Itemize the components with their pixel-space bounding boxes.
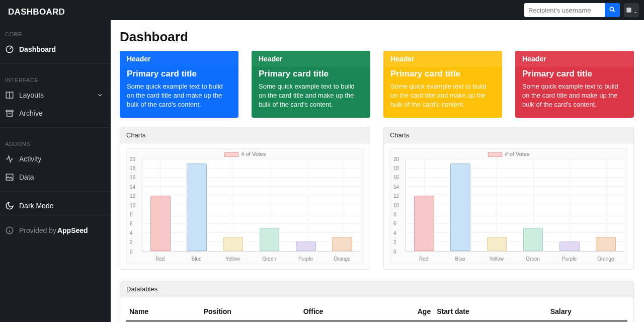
- card-text: Some quick example text to build on the …: [259, 82, 363, 110]
- image-icon: [5, 173, 14, 182]
- col-name[interactable]: Name: [126, 302, 201, 321]
- card-header: Header: [383, 51, 502, 67]
- y-tick: 8: [393, 211, 396, 217]
- y-tick: 4: [393, 230, 396, 235]
- brand: DASHBOARD: [0, 0, 111, 23]
- y-tick: 16: [393, 175, 399, 180]
- chart-legend: # of Votes: [390, 151, 627, 157]
- bar-chart-2: # of Votes02468101214161820RedBlueYellow…: [390, 148, 627, 264]
- bar-blue: [187, 164, 207, 251]
- card-row: Header Primary card title Some quick exa…: [120, 51, 634, 118]
- x-tick: Orange: [334, 256, 350, 262]
- y-tick: 0: [393, 249, 396, 254]
- y-tick: 14: [130, 184, 135, 189]
- y-tick: 6: [130, 221, 133, 226]
- y-tick: 10: [393, 202, 399, 208]
- provided-by-link[interactable]: Provided by AppSeed: [0, 221, 111, 239]
- columns-icon: [5, 91, 14, 100]
- y-tick: 8: [130, 211, 133, 217]
- col-salary[interactable]: Salary: [547, 302, 627, 321]
- col-position[interactable]: Position: [201, 302, 300, 321]
- bar-blue: [450, 164, 470, 251]
- datatable: Name Position Office Age Start date Sala…: [126, 302, 627, 321]
- sidebar-item-activity[interactable]: Activity: [0, 150, 111, 168]
- bar-orange: [332, 237, 352, 251]
- col-startdate[interactable]: Start date: [434, 302, 547, 321]
- moon-icon: [5, 201, 14, 210]
- y-tick: 6: [393, 221, 396, 226]
- section-core: CORE: [0, 23, 111, 40]
- x-tick: Blue: [191, 256, 201, 262]
- card-text: Some quick example text to build on the …: [522, 82, 627, 110]
- x-tick: Yellow: [490, 256, 504, 262]
- col-age[interactable]: Age: [377, 302, 434, 321]
- gauge-icon: [5, 45, 14, 54]
- bar-purple: [559, 242, 580, 251]
- bar-yellow: [223, 237, 244, 251]
- user-icon: [625, 7, 632, 14]
- provided-prefix: Provided by: [19, 226, 56, 234]
- card-title: Primary card title: [390, 69, 495, 79]
- chart-panel-title: Charts: [384, 127, 633, 143]
- y-tick: 4: [130, 230, 133, 235]
- y-tick: 18: [130, 165, 135, 171]
- search-button[interactable]: [605, 3, 620, 17]
- archive-icon: [5, 109, 14, 118]
- bar-yellow: [487, 237, 507, 251]
- sidebar-item-dashboard[interactable]: Dashboard: [0, 40, 111, 58]
- col-office[interactable]: Office: [300, 302, 377, 321]
- search-input[interactable]: [524, 3, 605, 17]
- y-tick: 0: [130, 249, 133, 254]
- card-header: Header: [120, 51, 238, 67]
- card-text: Some quick example text to build on the …: [390, 82, 495, 110]
- svg-point-5: [610, 7, 613, 11]
- section-interface: INTERFACE: [0, 69, 111, 86]
- search-icon: [609, 6, 616, 13]
- x-tick: Green: [526, 256, 540, 262]
- y-tick: 12: [393, 193, 399, 199]
- bar-purple: [296, 242, 316, 251]
- bar-green: [260, 228, 280, 251]
- topbar: [111, 0, 644, 20]
- sidebar-label-activity: Activity: [19, 155, 41, 163]
- y-tick: 16: [130, 175, 135, 180]
- card-title: Primary card title: [259, 69, 363, 79]
- sidebar-item-layouts[interactable]: Layouts: [0, 86, 111, 104]
- chevron-down-icon: [97, 91, 104, 100]
- x-tick: Green: [262, 256, 276, 262]
- x-tick: Red: [155, 256, 165, 262]
- chart-legend: # of Votes: [127, 151, 363, 157]
- card-warning: Header Primary card title Some quick exa…: [383, 51, 502, 118]
- user-menu-button[interactable]: [624, 3, 639, 17]
- svg-rect-2: [6, 110, 13, 112]
- content: Dashboard Header Primary card title Some…: [111, 20, 644, 322]
- caret-down-icon: [633, 8, 637, 12]
- card-text: Some quick example text to build on the …: [127, 82, 231, 110]
- x-tick: Purple: [298, 256, 313, 262]
- sidebar-item-data[interactable]: Data: [0, 168, 111, 186]
- sidebar-label-data: Data: [19, 173, 34, 181]
- x-tick: Orange: [597, 256, 614, 262]
- info-icon: [5, 226, 14, 235]
- sidebar-label-layouts: Layouts: [19, 91, 44, 99]
- activity-icon: [5, 154, 14, 164]
- y-tick: 20: [130, 156, 135, 162]
- chart-panel-1: Charts # of Votes02468101214161820RedBlu…: [120, 127, 370, 270]
- y-tick: 14: [393, 184, 399, 189]
- sidebar-label-archive: Archive: [19, 109, 43, 117]
- datatable-panel: Datatables Name Position Office Age Star…: [120, 281, 634, 322]
- card-title: Primary card title: [522, 69, 627, 79]
- sidebar-item-darkmode[interactable]: Dark Mode: [0, 197, 111, 215]
- sidebar-item-archive[interactable]: Archive: [0, 104, 111, 122]
- chart-panel-title: Charts: [120, 127, 370, 143]
- x-tick: Yellow: [226, 256, 240, 262]
- card-title: Primary card title: [127, 69, 231, 79]
- x-tick: Blue: [455, 256, 465, 262]
- chart-row: Charts # of Votes02468101214161820RedBlu…: [120, 127, 634, 270]
- card-danger: Header Primary card title Some quick exa…: [515, 51, 634, 118]
- search: [524, 3, 620, 17]
- datatable-title: Datatables: [120, 281, 633, 297]
- x-tick: Red: [419, 256, 428, 262]
- bar-red: [150, 196, 171, 251]
- y-tick: 10: [130, 202, 135, 208]
